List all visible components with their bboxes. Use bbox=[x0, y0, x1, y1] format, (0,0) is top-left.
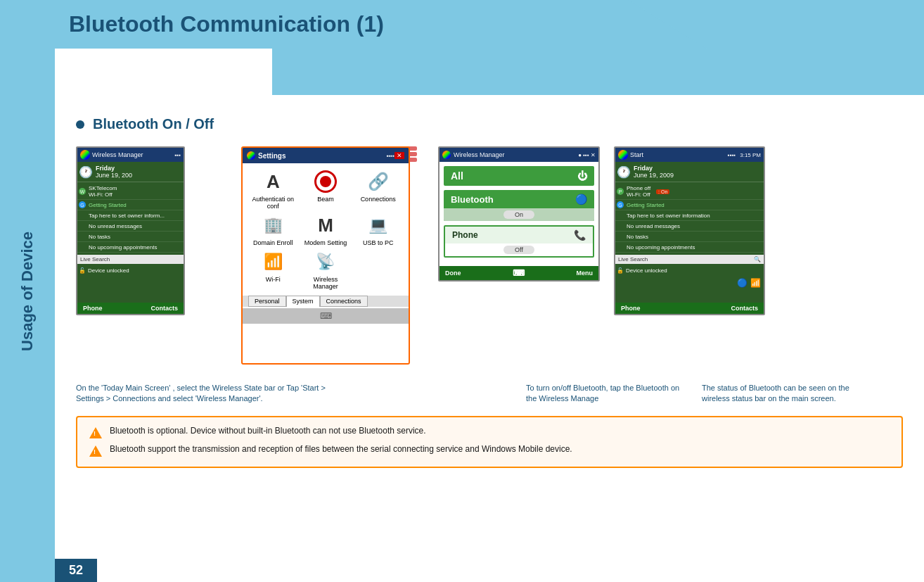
screen4-bt-icons: 🔵 📶 bbox=[615, 275, 764, 291]
warning-icon-1 bbox=[89, 426, 103, 440]
screen4-getting-started: G Getting Started bbox=[615, 200, 764, 210]
screen4-gs-label: Getting Started bbox=[627, 202, 665, 208]
settings-connections-label: Connections bbox=[361, 196, 396, 203]
screen4-bt-icon: 🔵 bbox=[737, 278, 747, 288]
settings-wm-label: Wireless Manager bbox=[301, 276, 351, 290]
screen4-appt-text: No upcoming appointments bbox=[627, 244, 695, 251]
settings-domain-item[interactable]: 🏢 Domain Enroll bbox=[248, 213, 298, 246]
settings-usb-label: USB to PC bbox=[363, 239, 394, 246]
screen4-ls-label: Live Search bbox=[618, 256, 648, 262]
screen4-msg-icon bbox=[617, 222, 624, 229]
connections-icon: 🔗 bbox=[366, 169, 391, 194]
wm-win-logo bbox=[442, 151, 451, 159]
screen4-tap-text: Tap here to set owner information bbox=[627, 213, 710, 219]
screen1-tasks: No tasks bbox=[77, 232, 184, 242]
wifi-icon: W bbox=[79, 188, 86, 195]
wm-menu-btn[interactable]: Menu bbox=[577, 270, 593, 277]
warning-row-1: Bluetooth is optional. Device without bu… bbox=[89, 426, 890, 440]
settings-beam-label: Beam bbox=[317, 196, 334, 203]
page-number: 52 bbox=[55, 559, 97, 582]
warning-icon-2 bbox=[89, 444, 103, 458]
wm-bt-label: Bluetooth bbox=[451, 194, 494, 205]
warning-text-1: Bluetooth is optional. Device without bu… bbox=[110, 426, 426, 436]
settings-titlebar: Settings ▪▪▪▪ ✕ bbox=[243, 148, 409, 163]
section-title-text: Bluetooth On / Off bbox=[93, 116, 214, 132]
content-area: Bluetooth On / Off Wireless Manager ▪▪▪ bbox=[55, 95, 924, 582]
screen4-win-logo bbox=[618, 150, 628, 160]
wm-all-label: All bbox=[451, 170, 463, 182]
bullet-point bbox=[76, 120, 84, 129]
screen4-cal-icon bbox=[617, 243, 624, 251]
settings-status-icons: ▪▪▪▪ bbox=[387, 153, 394, 159]
screen4-gs-icon: G bbox=[617, 201, 624, 208]
settings-modem-item[interactable]: M Modem Setting bbox=[301, 213, 351, 246]
screen4-contacts-btn: Contacts bbox=[731, 305, 758, 312]
wm-titlebar: Wireless Manager ● ▪▪▪ ✕ bbox=[439, 148, 598, 162]
screen4-time: 3:15 PM bbox=[740, 152, 761, 158]
captions-row: On the 'Today Main Screen' , select the … bbox=[76, 383, 903, 405]
screen1-unlock-text: Device unlocked bbox=[88, 267, 129, 274]
wm-phone-icon: 📞 bbox=[574, 229, 586, 241]
screen1-live-search: Live Search bbox=[77, 255, 184, 264]
settings-wm-item[interactable]: 📡 Wireless Manager bbox=[301, 249, 351, 290]
screen4-tasks-text: No tasks bbox=[627, 234, 648, 240]
screen4-search-icon: 🔍 bbox=[754, 256, 761, 262]
screen1-contacts-btn: Contacts bbox=[150, 305, 178, 312]
screen1-phone-btn: Phone bbox=[83, 305, 103, 312]
screen4-messages: No unread messages bbox=[615, 221, 764, 232]
screen4-msg-text: No unread messages bbox=[627, 223, 680, 229]
screen1-wifi-sub: Wi-Fi: Off bbox=[89, 191, 117, 198]
screen1-tasks-text: No tasks bbox=[89, 234, 110, 240]
screen1-messages: No unread messages bbox=[77, 221, 184, 232]
screen1-getting-started: G Getting Started bbox=[77, 200, 184, 210]
wm-done-btn[interactable]: Done bbox=[445, 270, 461, 277]
wm-phone-status-pill: Off bbox=[503, 246, 534, 254]
screen1-bottom-bar: Phone Contacts bbox=[77, 303, 184, 314]
person-icon bbox=[79, 212, 86, 219]
screen4-phone-btn: Phone bbox=[621, 305, 641, 312]
wifi-settings-icon: 📶 bbox=[260, 249, 285, 274]
wm-bt-title-row[interactable]: Bluetooth 🔵 bbox=[444, 190, 594, 208]
screen4-wifi-sub: Wi-Fi: Off bbox=[627, 191, 650, 198]
settings-popup: Settings ▪▪▪▪ ✕ A Authenticati on conf bbox=[241, 146, 410, 365]
tab-system[interactable]: System bbox=[286, 296, 320, 307]
settings-modem-label: Modem Setting bbox=[304, 239, 347, 246]
wm-phone-title-row[interactable]: Phone 📞 bbox=[445, 227, 593, 243]
warning-text-2: Bluetooth support the transmission and r… bbox=[110, 444, 572, 454]
caption-3-text: The status of Bluetooth can be seen on t… bbox=[702, 384, 849, 403]
screen4-date-line1: Friday bbox=[634, 165, 674, 172]
screen1-msg-text: No unread messages bbox=[89, 223, 142, 229]
settings-win-logo bbox=[247, 151, 255, 160]
today-screen-2: Start ▪▪▪▪ 3:15 PM 🕐 Friday June 19, 200… bbox=[614, 146, 765, 315]
settings-tabs: Personal System Connections bbox=[243, 296, 409, 307]
tab-personal[interactable]: Personal bbox=[248, 296, 286, 307]
settings-close-btn[interactable]: ✕ bbox=[394, 152, 404, 159]
wm-phone-status-row: Off bbox=[445, 243, 593, 256]
tab-connections[interactable]: Connections bbox=[320, 296, 368, 307]
screen4-date-line2: June 19, 2009 bbox=[634, 172, 674, 179]
modem-icon: M bbox=[313, 213, 338, 238]
screen1-tap-text: Tap here to set owner inform... bbox=[89, 213, 165, 219]
warning-row-2: Bluetooth support the transmission and r… bbox=[89, 444, 890, 458]
win-logo-icon bbox=[80, 150, 90, 160]
screen4-appointments: No upcoming appointments bbox=[615, 242, 764, 253]
settings-beam-item[interactable]: Beam bbox=[301, 169, 351, 210]
wm-all-row[interactable]: All ⏻ bbox=[444, 166, 594, 186]
settings-wifi-label: Wi-Fi bbox=[266, 276, 281, 283]
screen1-carrier: SKTelecom bbox=[89, 185, 117, 191]
screen4-tasks: No tasks bbox=[615, 232, 764, 242]
settings-usb-item[interactable]: 💻 USB to PC bbox=[353, 213, 403, 246]
caption-2: To turn on/off Bluetooth, tap the Blueto… bbox=[526, 383, 681, 405]
task-icon bbox=[79, 233, 86, 240]
screenshots-row: Wireless Manager ▪▪▪ 🕐 Friday June 19, 2… bbox=[76, 146, 903, 372]
settings-auth-item[interactable]: A Authenticati on conf bbox=[248, 169, 298, 210]
settings-connections-item[interactable]: 🔗 Connections bbox=[353, 169, 403, 210]
screen1-wifi-row: W SKTelecom Wi-Fi: Off bbox=[77, 184, 184, 200]
wm-bt-icon: 🔵 bbox=[575, 194, 587, 205]
beam-icon bbox=[313, 169, 338, 194]
caption-3: The status of Bluetooth can be seen on t… bbox=[702, 383, 864, 405]
wm-power-icon: ⏻ bbox=[577, 170, 587, 182]
screen1-device-unlocked: 🔓 Device unlocked bbox=[77, 266, 184, 275]
msg-icon bbox=[79, 222, 86, 229]
settings-wifi-item[interactable]: 📶 Wi-Fi bbox=[248, 249, 298, 290]
